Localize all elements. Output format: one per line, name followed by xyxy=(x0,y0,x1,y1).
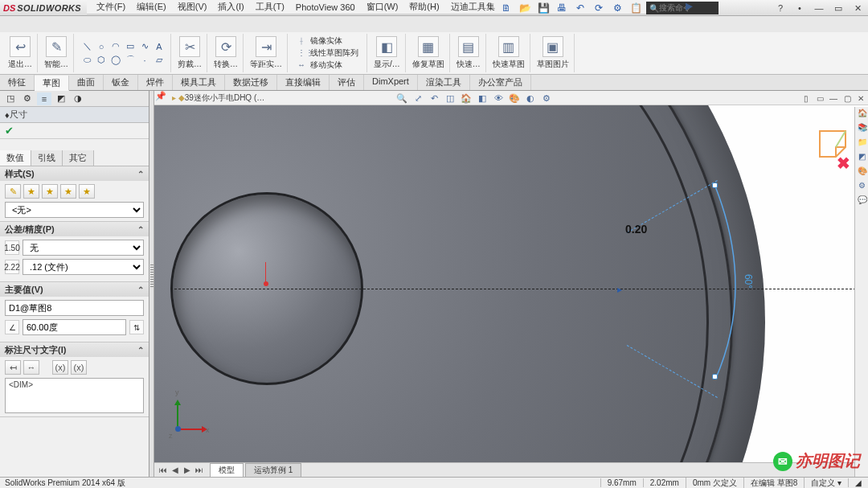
maximize-icon[interactable]: ▭ xyxy=(831,3,845,14)
circle-icon[interactable]: ○ xyxy=(95,40,108,52)
qat-options-icon[interactable]: ⚙ xyxy=(609,2,625,14)
poly-icon[interactable]: ⬡ xyxy=(95,54,108,66)
sec-text-hdr[interactable]: 标注尺寸文字(I) xyxy=(5,344,66,356)
qat-undo-icon[interactable]: ↶ xyxy=(572,2,588,14)
rb-convert[interactable]: ⟳ 转换… xyxy=(209,34,244,72)
style-fav4-icon[interactable]: ★ xyxy=(79,184,95,199)
tab-motion-study[interactable]: 运动算例 1 xyxy=(245,463,301,478)
tab-model[interactable]: 模型 xyxy=(210,463,244,478)
tab-nav-prev-icon[interactable]: ◀ xyxy=(170,465,181,474)
mirror-entity[interactable]: ⟊镜像实体 xyxy=(294,35,362,47)
ftab-direct[interactable]: 直接编辑 xyxy=(277,75,330,90)
pin-icon[interactable]: 📌 xyxy=(154,91,167,104)
txt-left-icon[interactable]: ↤ xyxy=(5,360,21,375)
cancel-corner-icon[interactable]: ✖ xyxy=(837,154,850,173)
ftab-eval[interactable]: 评估 xyxy=(330,75,364,90)
qat-more-icon[interactable]: 📋 xyxy=(628,2,644,14)
rb-exit-sketch[interactable]: ↩ 退出… xyxy=(3,34,38,72)
dimension-value-label[interactable]: 0.20 xyxy=(625,223,647,236)
ftab-mold[interactable]: 模具工具 xyxy=(173,75,225,90)
vp-max-icon[interactable]: ▢ xyxy=(841,94,853,103)
ftab-office[interactable]: 办公室产品 xyxy=(470,75,531,90)
pm-tab-config-icon[interactable]: ⚙ xyxy=(20,92,35,105)
hide-show-icon[interactable]: 👁 xyxy=(492,93,505,103)
sec-style-hdr[interactable]: 样式(S) xyxy=(5,168,35,180)
line-icon[interactable]: ＼ xyxy=(80,40,93,52)
precision-select[interactable]: .12 (文件) xyxy=(23,259,144,275)
ftab-weld[interactable]: 焊件 xyxy=(138,75,173,90)
fillet-icon[interactable]: ⌒ xyxy=(124,54,137,66)
sec-prec-hdr[interactable]: 公差/精度(P) xyxy=(5,223,55,236)
menu-edit[interactable]: 编辑(E) xyxy=(132,0,171,14)
tp-lib-icon[interactable]: 📚 xyxy=(856,123,868,135)
move-entity[interactable]: ↔移动实体 xyxy=(294,59,362,71)
rb-quick[interactable]: ▤ 快速… xyxy=(452,34,486,72)
vp-tile-icon[interactable]: ▯ xyxy=(800,94,812,103)
rb-offset[interactable]: ⇥ 等距实… xyxy=(245,34,288,72)
display-style-icon[interactable]: ◧ xyxy=(476,93,489,104)
rb-smart-dim[interactable]: ✎ 智能… xyxy=(39,34,74,72)
pm-tab-display-icon[interactable]: ◩ xyxy=(54,92,68,105)
qat-print-icon[interactable]: 🖶 xyxy=(554,2,570,14)
zoom-fit-icon[interactable]: 🔍 xyxy=(395,93,408,104)
rb-display[interactable]: ◧ 显示/… xyxy=(369,34,406,72)
graphics-viewport[interactable]: 📌 ▸ ◆ 39迷你小手电DHQ (… 🔍 ⤢ ↶ ◫ 🏠 ◧ 👁 🎨 ◐ ⚙ … xyxy=(154,91,868,477)
ftab-data[interactable]: 数据迁移 xyxy=(225,75,277,90)
collapse-icon[interactable]: ⌃ xyxy=(137,225,144,234)
tp-file-icon[interactable]: 📁 xyxy=(856,137,868,150)
dash-icon[interactable]: • xyxy=(792,3,807,13)
qat-save-icon[interactable]: 💾 xyxy=(535,2,551,14)
dim-value-input[interactable] xyxy=(23,319,126,335)
rb-repair[interactable]: ▦ 修复草图 xyxy=(407,34,450,72)
scene-icon[interactable]: ◐ xyxy=(524,93,537,104)
angle-dimension-label[interactable]: 60° xyxy=(743,274,754,289)
menu-window[interactable]: 窗口(W) xyxy=(362,0,403,14)
style-fav3-icon[interactable]: ★ xyxy=(60,184,76,199)
menu-insert[interactable]: 插入(I) xyxy=(213,0,248,14)
ribbon-overflow-icon[interactable]: ▸ xyxy=(686,0,693,14)
rb-pic[interactable]: ▣ 草图图片 xyxy=(532,34,575,72)
dim-name-input[interactable] xyxy=(5,300,144,316)
prev-view-icon[interactable]: ↶ xyxy=(428,93,440,104)
menu-maidi[interactable]: 迈迪工具集 xyxy=(446,0,500,14)
style-fav1-icon[interactable]: ★ xyxy=(23,184,39,199)
txt-box2-icon[interactable]: (x) xyxy=(71,360,87,375)
arc-icon[interactable]: ◠ xyxy=(109,40,122,52)
qat-new-icon[interactable]: 🗎 xyxy=(498,2,514,14)
close-icon[interactable]: ✕ xyxy=(850,3,865,14)
tp-forum-icon[interactable]: 💬 xyxy=(856,195,868,207)
tolerance-select[interactable]: 无 xyxy=(23,240,144,256)
rect-icon[interactable]: ▭ xyxy=(124,40,137,52)
tab-nav-next-icon[interactable]: ▶ xyxy=(182,465,193,474)
pm-tab-prop-icon[interactable]: ≡ xyxy=(37,92,51,105)
tp-view-icon[interactable]: ◩ xyxy=(856,152,868,164)
style-select[interactable]: <无> xyxy=(5,202,144,218)
menu-view[interactable]: 视图(V) xyxy=(173,0,212,14)
txt-box1-icon[interactable]: (x) xyxy=(52,360,68,375)
ftab-render[interactable]: 渲染工具 xyxy=(418,75,470,90)
pm-tab-value[interactable]: 数值 xyxy=(0,150,31,166)
menu-file[interactable]: 文件(F) xyxy=(92,0,130,14)
collapse-icon[interactable]: ⌃ xyxy=(137,170,144,178)
arc-endpoint-bottom[interactable] xyxy=(712,374,718,379)
tp-custom-icon[interactable]: ⚙ xyxy=(856,181,868,193)
linear-pattern[interactable]: ⋮⋮线性草图阵列 xyxy=(294,47,362,59)
sketch-arc-entity[interactable] xyxy=(627,223,747,359)
ellipse-icon[interactable]: ◯ xyxy=(109,54,122,66)
point-icon[interactable]: · xyxy=(138,54,151,66)
view-orient-icon[interactable]: 🏠 xyxy=(460,93,473,104)
style-fav2-icon[interactable]: ★ xyxy=(42,184,58,199)
pm-tab-appearance-icon[interactable]: ◑ xyxy=(71,92,85,105)
ftab-sketch[interactable]: 草图 xyxy=(35,76,69,91)
text-icon[interactable]: A xyxy=(153,40,166,52)
collapse-icon[interactable]: ⌃ xyxy=(137,346,144,355)
tp-home-icon[interactable]: 🏠 xyxy=(856,109,868,121)
qat-open-icon[interactable]: 📂 xyxy=(517,2,533,14)
section-icon[interactable]: ◫ xyxy=(444,93,457,104)
qat-rebuild-icon[interactable]: ⟳ xyxy=(591,2,607,14)
plane-icon[interactable]: ▱ xyxy=(153,54,166,66)
ftab-dimxpert[interactable]: DimXpert xyxy=(364,75,418,90)
pm-tab-other[interactable]: 其它 xyxy=(63,150,94,166)
appearance-icon[interactable]: 🎨 xyxy=(508,93,521,104)
document-tab[interactable]: 39迷你小手电DHQ (… xyxy=(185,92,264,104)
